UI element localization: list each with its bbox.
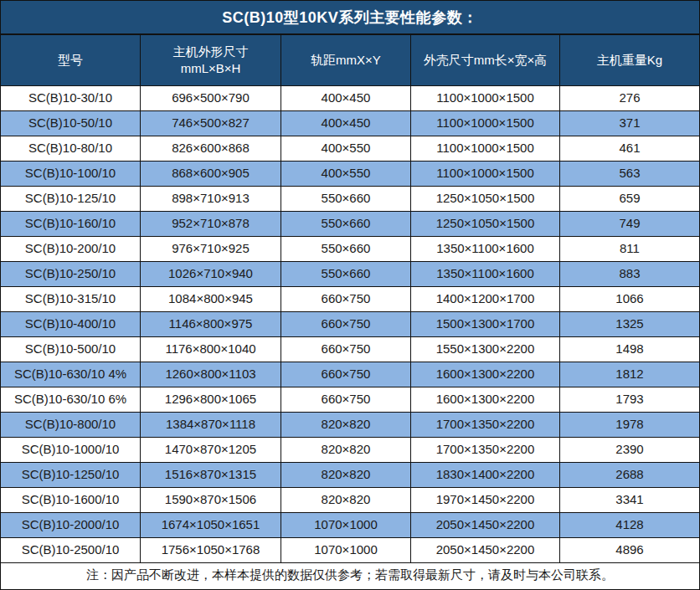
table-cell: 1070×1000 [281, 513, 411, 537]
table-cell: 1978 [560, 413, 699, 437]
table-cell: 1070×1000 [281, 538, 411, 562]
table-cell: 883 [560, 262, 699, 286]
table-cell: 2050×1450×2200 [411, 513, 560, 537]
table-cell: 550×660 [281, 212, 411, 236]
table-cell: SC(B)10-800/10 [1, 413, 141, 437]
table-cell: SC(B)10-80/10 [1, 136, 141, 161]
table-row: SC(B)10-630/10 4%1260×800×1103660×750160… [1, 362, 699, 387]
table-cell: 550×660 [281, 187, 411, 211]
table-footnote: 注：因产品不断改进，本样本提供的数据仅供参考；若需取得最新尺寸，请及时与本公司联… [1, 563, 699, 587]
table-cell: 660×750 [281, 312, 411, 336]
table-row: SC(B)10-1600/101590×870×1506820×8201970×… [1, 488, 699, 513]
table-cell: 400×550 [281, 136, 411, 161]
table-cell: 1674×1050×1651 [141, 513, 281, 537]
table-row: SC(B)10-125/10898×710×913550×6601250×105… [1, 187, 699, 212]
table-cell: 1600×1300×2200 [411, 362, 560, 387]
table-cell: 1498 [560, 337, 699, 362]
table-cell: 898×710×913 [141, 187, 281, 211]
table-cell: 4896 [560, 538, 699, 562]
column-header: 型号 [1, 35, 141, 85]
table-cell: 563 [560, 162, 699, 186]
table-cell: 660×750 [281, 287, 411, 311]
table-cell: 1100×1000×1500 [411, 111, 560, 136]
table-cell: 749 [560, 212, 699, 236]
table-cell: 4128 [560, 513, 699, 537]
table-cell: 976×710×925 [141, 237, 281, 261]
table-cell: 1793 [560, 387, 699, 412]
table-cell: SC(B)10-50/10 [1, 111, 141, 136]
table-cell: SC(B)10-1250/10 [1, 463, 141, 487]
table-cell: 1812 [560, 362, 699, 387]
table-cell: SC(B)10-100/10 [1, 162, 141, 186]
table-cell: SC(B)10-30/10 [1, 86, 141, 110]
table-row: SC(B)10-800/101384×870×1118820×8201700×1… [1, 413, 699, 438]
table-row: SC(B)10-1250/101516×870×1315820×8201830×… [1, 463, 699, 488]
table-cell: 400×450 [281, 111, 411, 136]
table-cell: 746×500×827 [141, 111, 281, 136]
table-cell: 400×450 [281, 86, 411, 110]
column-header: 外壳尺寸mm长×宽×高 [411, 35, 560, 85]
table-cell: 952×710×878 [141, 212, 281, 236]
table-cell: 660×750 [281, 337, 411, 362]
table-cell: 1250×1050×1500 [411, 187, 560, 211]
table-cell: 1250×1050×1500 [411, 212, 560, 236]
table-cell: 1100×1000×1500 [411, 136, 560, 161]
table-cell: 3341 [560, 488, 699, 512]
table-row: SC(B)10-80/10826×600×868400×5501100×1000… [1, 136, 699, 162]
table-cell: 1700×1350×2200 [411, 413, 560, 437]
table-row: SC(B)10-500/101176×800×1040660×7501550×1… [1, 337, 699, 362]
table-cell: 2688 [560, 463, 699, 487]
table-cell: 820×820 [281, 438, 411, 462]
table-row: SC(B)10-30/10696×500×790400×4501100×1000… [1, 86, 699, 111]
table-header-row: 型号主机外形尺寸 mmL×B×H轨距mmX×Y外壳尺寸mm长×宽×高主机重量Kg [1, 35, 699, 86]
table-cell: SC(B)10-2500/10 [1, 538, 141, 562]
table-cell: 1550×1300×2200 [411, 337, 560, 362]
table-cell: 1970×1450×2200 [411, 488, 560, 512]
table-cell: SC(B)10-630/10 6% [1, 387, 141, 412]
table-cell: 811 [560, 237, 699, 261]
table-cell: SC(B)10-250/10 [1, 262, 141, 286]
table-cell: 868×600×905 [141, 162, 281, 186]
table-cell: 276 [560, 86, 699, 110]
table-cell: 1756×1050×1768 [141, 538, 281, 562]
column-header: 主机外形尺寸 mmL×B×H [141, 35, 281, 85]
table-cell: 1350×1100×1600 [411, 237, 560, 261]
table-cell: 1384×870×1118 [141, 413, 281, 437]
table-row: SC(B)10-200/10976×710×925550×6601350×110… [1, 237, 699, 262]
table-cell: SC(B)10-200/10 [1, 237, 141, 261]
table-cell: 660×750 [281, 387, 411, 412]
table-cell: 371 [560, 111, 699, 136]
table-title: SC(B)10型10KV系列主要性能参数： [1, 1, 699, 35]
table-cell: 1176×800×1040 [141, 337, 281, 362]
table-cell: 1084×800×945 [141, 287, 281, 311]
table-cell: 1260×800×1103 [141, 362, 281, 387]
table-cell: 2390 [560, 438, 699, 462]
table-cell: SC(B)10-160/10 [1, 212, 141, 236]
table-cell: SC(B)10-630/10 4% [1, 362, 141, 387]
table-cell: SC(B)10-1600/10 [1, 488, 141, 512]
table-row: SC(B)10-630/10 6%1296×800×1065660×750160… [1, 387, 699, 413]
table-cell: 1590×870×1506 [141, 488, 281, 512]
table-cell: SC(B)10-315/10 [1, 287, 141, 311]
table-cell: 1066 [560, 287, 699, 311]
table-cell: 660×750 [281, 362, 411, 387]
table-cell: 1146×800×975 [141, 312, 281, 336]
table-row: SC(B)10-2500/101756×1050×17681070×100020… [1, 538, 699, 563]
table-cell: 1500×1300×1700 [411, 312, 560, 336]
column-header: 轨距mmX×Y [281, 35, 411, 85]
table-row: SC(B)10-315/101084×800×945660×7501400×12… [1, 287, 699, 312]
table-cell: 659 [560, 187, 699, 211]
table-cell: 1470×870×1205 [141, 438, 281, 462]
table-cell: SC(B)10-1000/10 [1, 438, 141, 462]
table-row: SC(B)10-400/101146×800×975660×7501500×13… [1, 312, 699, 337]
table-cell: 826×600×868 [141, 136, 281, 161]
table-cell: 1350×1100×1600 [411, 262, 560, 286]
table-cell: 400×550 [281, 162, 411, 186]
table-cell: 550×660 [281, 237, 411, 261]
table-cell: 1830×1400×2200 [411, 463, 560, 487]
table-cell: SC(B)10-125/10 [1, 187, 141, 211]
table-cell: 696×500×790 [141, 86, 281, 110]
table-cell: 461 [560, 136, 699, 161]
table-cell: 1400×1200×1700 [411, 287, 560, 311]
table-row: SC(B)10-50/10746×500×827400×4501100×1000… [1, 111, 699, 136]
